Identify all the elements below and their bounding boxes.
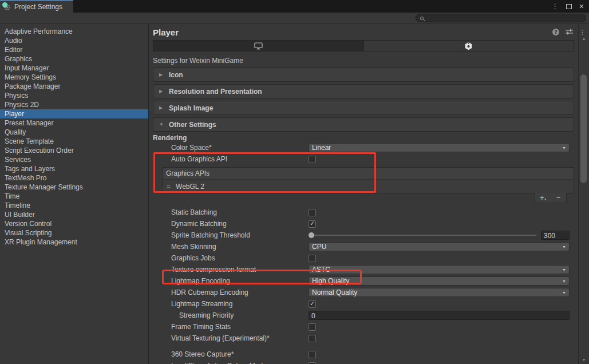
setting-label: Dynamic Batching [171,220,309,228]
tab-desktop-platform[interactable] [153,41,364,51]
sidebar-item[interactable]: Physics 2D [0,100,148,109]
close-icon[interactable]: × [579,2,584,10]
project-settings-gear-icon [3,3,11,11]
sprite-batching-threshold-slider[interactable] [309,231,537,240]
setting-label: Load/Store Action Debug Mode [171,362,309,364]
sidebar-item[interactable]: Texture Manager Settings [0,183,148,192]
setting-label: Static Batching [171,208,309,216]
panel-menu-icon[interactable]: ⋮ [579,29,586,35]
section-other-settings[interactable]: ▼ Other Settings [153,117,574,132]
scroll-up-icon[interactable]: ▲ [582,37,586,41]
frame-timing-stats-checkbox[interactable]: ✓ [309,323,316,331]
sidebar-item-label: Physics [5,92,28,100]
slider-track [310,235,536,236]
static-batching-checkbox[interactable]: ✓ [309,209,316,216]
main-header: Player [153,24,574,40]
sidebar-item[interactable]: Player [0,109,148,118]
setting-label: Graphics Jobs [171,254,309,262]
scrollbar-thumb[interactable] [580,74,587,183]
stereo-capture-checkbox[interactable]: ✓ [309,351,316,358]
project-settings-tab[interactable]: Project Settings [0,0,73,13]
sidebar-item[interactable]: Script Execution Order [0,146,148,155]
search-field[interactable] [416,14,586,22]
maximize-icon[interactable] [566,4,572,9]
sprite-batching-threshold-field[interactable]: 300 [541,231,570,240]
checkmark-icon: ✓ [310,220,315,227]
sidebar-item[interactable]: Time [0,192,148,201]
setting-row-streaming-priority: Streaming Priority 0 [153,310,574,321]
auto-graphics-api-checkbox[interactable]: ✓ [309,156,316,163]
weixin-minigame-icon [464,42,473,50]
virtual-texturing-checkbox[interactable]: ✓ [309,335,316,342]
window-controls: ⋮ × [552,0,589,13]
dynamic-batching-checkbox[interactable]: ✓ [309,220,316,228]
sidebar-item[interactable]: Services [0,155,148,164]
sidebar-item-label: Memory Settings [5,73,56,81]
setting-row-virtual-texturing: Virtual Texturing (Experimental)* ✓ [153,333,574,344]
setting-row-graphics-jobs: Graphics Jobs ✓ [153,252,574,264]
help-icon[interactable]: ? [552,29,559,35]
setting-row-360-stereo-capture: 360 Stereo Capture* ✓ [153,349,574,360]
sidebar-item[interactable]: Audio [0,36,148,45]
setting-label: Frame Timing Stats [171,323,309,331]
vertical-scrollbar[interactable]: ▲ ▼ [578,24,589,364]
texture-compression-dropdown[interactable]: ASTC ▼ [309,265,570,274]
sidebar-item[interactable]: Graphics [0,54,148,64]
sidebar-item-label: Package Manager [5,82,60,90]
setting-label: Lightmap Streaming [171,300,309,308]
sidebar-item[interactable]: Package Manager [0,82,148,91]
tab-title: Project Settings [14,3,62,11]
search-icon [420,17,424,20]
sidebar-item[interactable]: Memory Settings [0,73,148,82]
setting-label: 360 Stereo Capture* [171,350,309,358]
sidebar-item[interactable]: Timeline [0,201,148,210]
setting-row-auto-graphics-api: Auto Graphics API ✓ [153,153,574,165]
sidebar-item[interactable]: Version Control [0,219,148,228]
section-icon[interactable]: ▶ Icon [153,68,574,82]
drag-handle-icon[interactable]: = [167,183,170,191]
graphics-api-list-item[interactable]: = WebGL 2 [163,179,574,193]
sidebar-item[interactable]: XR Plugin Management [0,238,148,247]
sidebar-item-label: Time [5,192,19,200]
sidebar-item[interactable]: Quality [0,128,148,137]
window-menu-icon[interactable]: ⋮ [552,3,559,10]
remove-graphics-api-button[interactable]: − [551,193,566,203]
sidebar-item[interactable]: Editor [0,45,148,54]
sidebar-item[interactable]: Input Manager [0,64,148,73]
sidebar-item[interactable]: Adaptive Performance [0,27,148,36]
setting-label: Sprite Batching Threshold [171,231,309,239]
tab-weixin-minigame-platform[interactable] [364,41,574,51]
setting-label: Auto Graphics API [171,155,309,163]
sidebar-item[interactable]: Tags and Layers [0,164,148,173]
setting-label: Streaming Priority [171,311,309,319]
hdr-cubemap-encoding-dropdown[interactable]: Normal Quality ▼ [309,288,570,297]
scroll-down-icon[interactable]: ▼ [582,358,586,362]
setting-row-lightmap-encoding: Lightmap Encoding High Quality ▼ [153,275,574,287]
streaming-priority-field[interactable]: 0 [309,311,570,320]
sidebar-item[interactable]: Visual Scripting [0,228,148,238]
sidebar-item-label: Physics 2D [5,101,39,109]
toolbar [0,13,589,24]
page-title: Player [153,27,179,37]
sidebar-item[interactable]: Scene Template [0,137,148,146]
sidebar-item-label: Timeline [5,201,30,209]
search-input[interactable] [426,14,586,22]
sidebar-item[interactable]: Preset Manager [0,118,148,128]
section-splash-image[interactable]: ▶ Splash Image [153,101,574,115]
mesh-skinning-dropdown[interactable]: CPU ▼ [309,242,570,251]
add-graphics-api-button[interactable]: + ▾ [535,193,551,203]
setting-label: Virtual Texturing (Experimental)* [171,334,309,342]
graphics-jobs-checkbox[interactable]: ✓ [309,255,316,262]
setting-row-static-batching: Static Batching ✓ [153,207,574,218]
load-store-debug-checkbox[interactable]: ✓ [309,362,316,364]
setting-row-load-store-action-debug-mode: Load/Store Action Debug Mode ✓ [153,360,574,364]
sidebar-item[interactable]: TextMesh Pro [0,173,148,183]
section-resolution-and-presentation[interactable]: ▶ Resolution and Presentation [153,84,574,98]
lightmap-encoding-dropdown[interactable]: High Quality ▼ [309,276,570,286]
color-space-dropdown[interactable]: Linear ▼ [309,143,570,152]
slider-thumb[interactable] [309,232,314,238]
sidebar-item[interactable]: UI Builder [0,210,148,219]
sidebar-item[interactable]: Physics [0,91,148,100]
preset-icon[interactable] [566,27,573,37]
lightmap-streaming-checkbox[interactable]: ✓ [309,300,316,308]
